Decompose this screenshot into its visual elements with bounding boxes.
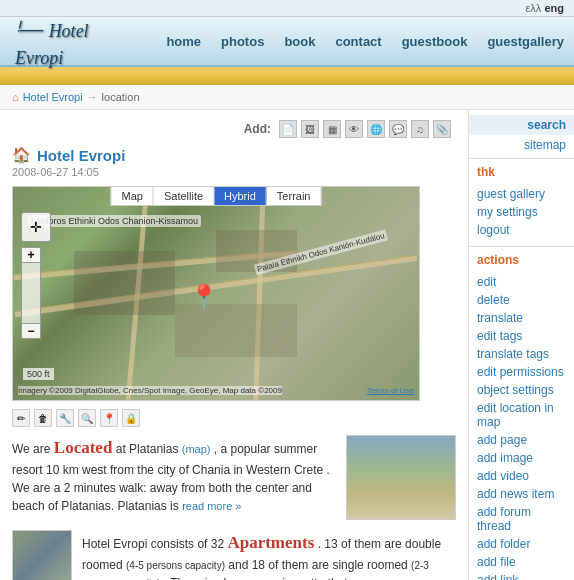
sidebar-edit-tags[interactable]: edit tags [477, 327, 566, 345]
page-title: Hotel Evropi [37, 147, 125, 164]
sidebar-edit-location-in-map[interactable]: edit location in map [477, 399, 566, 431]
nav-photos[interactable]: photos [221, 34, 264, 49]
lang-ell[interactable]: ελλ [525, 2, 541, 14]
nav-contact[interactable]: contact [335, 34, 381, 49]
description2-section: Hotel Evropi consists of 32 Apartments .… [12, 530, 456, 580]
lang-eng[interactable]: eng [544, 2, 564, 14]
sidebar-sitemap[interactable]: sitemap [469, 135, 574, 155]
sidebar-translate[interactable]: translate [477, 309, 566, 327]
map-copyright: Imagery ©2009 DigitalGlobe, Cnes/Spot Im… [18, 386, 282, 395]
sidebar-add-image[interactable]: add image [477, 449, 566, 467]
sidebar-delete[interactable]: delete [477, 291, 566, 309]
nav-home[interactable]: home [166, 34, 201, 49]
desc2-text4: . There is also one maisonette that [164, 576, 348, 581]
sidebar-guest-gallery[interactable]: guest gallery [477, 185, 566, 203]
map-container[interactable]: Map Satellite Hybrid Terrain ✛ + − Leofo… [12, 186, 420, 401]
toolbar-icon-comment[interactable]: 💬 [389, 120, 407, 138]
sidebar-thk-links: guest gallery my settings logout [469, 181, 574, 243]
description-section: We are Located at Platanias (map) , a po… [12, 435, 456, 520]
desc2-text: Hotel Evropi consists of 32 Apartments .… [82, 530, 456, 580]
zoom-out[interactable]: − [21, 323, 41, 339]
desc-located-word: Located [54, 438, 113, 457]
map-nav[interactable]: ✛ [21, 212, 51, 242]
desc2-image [12, 530, 72, 580]
date-label: 2008-06-27 14:05 [12, 166, 456, 178]
toolbar-icon-eye[interactable]: 👁 [345, 120, 363, 138]
sidebar-object-settings[interactable]: object settings [477, 381, 566, 399]
map-marker: 📍 [189, 283, 219, 311]
map-actions-bar: ✏ 🗑 🔧 🔍 📍 🔒 [12, 409, 456, 427]
desc-map-link[interactable]: (map) [182, 443, 211, 455]
map-action-search[interactable]: 🔍 [78, 409, 96, 427]
desc2-text3: and 18 of them are single roomed [228, 558, 407, 572]
map-action-lock[interactable]: 🔒 [122, 409, 140, 427]
logo: ᵎ— Hotel Evropi [0, 5, 156, 78]
main-nav: home photos book contact guestbook guest… [156, 34, 574, 49]
toolbar-icon-music[interactable]: ♫ [411, 120, 429, 138]
map-action-pencil[interactable]: ✏ [12, 409, 30, 427]
sidebar-thk-title: thk [469, 162, 574, 181]
sidebar-add-file[interactable]: add file [477, 553, 566, 571]
breadcrumb-home[interactable]: Hotel Evropi [23, 91, 83, 103]
breadcrumb: ⌂ Hotel Evropi → location [0, 85, 574, 110]
desc2-text1: Hotel Evropi consists of 32 [82, 537, 224, 551]
zoom-controls: + − [21, 247, 41, 339]
zoom-in[interactable]: + [21, 247, 41, 263]
toolbar-icon-chart[interactable]: ▦ [323, 120, 341, 138]
home-icon: ⌂ [12, 91, 19, 103]
sidebar-add-forum-thread[interactable]: add forum thread [477, 503, 566, 535]
page-title-icon: 🏠 [12, 146, 31, 164]
toolbar-icon-web[interactable]: 🌐 [367, 120, 385, 138]
sidebar-add-page[interactable]: add page [477, 431, 566, 449]
page-title-section: 🏠 Hotel Evropi 2008-06-27 14:05 [12, 146, 456, 178]
sidebar-add-link[interactable]: add link [477, 571, 566, 580]
toolbar: Add: 📄 🖼 ▦ 👁 🌐 💬 ♫ 📎 [12, 120, 456, 138]
map-action-delete[interactable]: 🗑 [34, 409, 52, 427]
map-tab-map[interactable]: Map [112, 187, 154, 205]
toolbar-icon-image[interactable]: 🖼 [301, 120, 319, 138]
toolbar-icon-attach[interactable]: 📎 [433, 120, 451, 138]
nav-guestbook[interactable]: guestbook [402, 34, 468, 49]
sidebar-edit-permissions[interactable]: edit permissions [477, 363, 566, 381]
map-tab-terrain[interactable]: Terrain [267, 187, 321, 205]
sidebar-add-folder[interactable]: add folder [477, 535, 566, 553]
toolbar-label: Add: [244, 122, 271, 136]
map-label-top: Leoforos Ethinki Odos Chanion-Kissamou [28, 215, 201, 227]
map-action-pin[interactable]: 📍 [100, 409, 118, 427]
map-tab-hybrid[interactable]: Hybrid [214, 187, 267, 205]
sidebar: search sitemap thk guest gallery my sett… [469, 110, 574, 580]
desc-read-more[interactable]: read more » [182, 500, 241, 512]
map-scale: 500 ft [23, 368, 54, 380]
sidebar-translate-tags[interactable]: translate tags [477, 345, 566, 363]
nav-book[interactable]: book [284, 34, 315, 49]
nav-guestgallery[interactable]: guestgallery [487, 34, 564, 49]
sidebar-action-links: edit delete translate edit tags translat… [469, 269, 574, 580]
desc-text1: We are [12, 442, 50, 456]
sidebar-add-video[interactable]: add video [477, 467, 566, 485]
map-tabs: Map Satellite Hybrid Terrain [111, 187, 322, 206]
sidebar-search[interactable]: search [469, 115, 574, 135]
desc-image [346, 435, 456, 520]
desc-text2: at Platanias [116, 442, 179, 456]
desc2-capacity1: (4-5 persons capacity) [126, 560, 225, 571]
zoom-slider[interactable] [21, 263, 41, 323]
map-terms[interactable]: Terms of Use [367, 386, 414, 395]
sidebar-actions-title: actions [469, 250, 574, 269]
desc2-apartments: Apartments [227, 533, 314, 552]
sidebar-edit[interactable]: edit [477, 273, 566, 291]
sidebar-add-news-item[interactable]: add news item [477, 485, 566, 503]
map-tab-satellite[interactable]: Satellite [154, 187, 214, 205]
breadcrumb-current: location [102, 91, 140, 103]
sidebar-logout[interactable]: logout [477, 221, 566, 239]
desc-text: We are Located at Platanias (map) , a po… [12, 435, 336, 520]
breadcrumb-separator: → [87, 91, 98, 103]
toolbar-icon-page[interactable]: 📄 [279, 120, 297, 138]
map-action-settings[interactable]: 🔧 [56, 409, 74, 427]
sidebar-my-settings[interactable]: my settings [477, 203, 566, 221]
